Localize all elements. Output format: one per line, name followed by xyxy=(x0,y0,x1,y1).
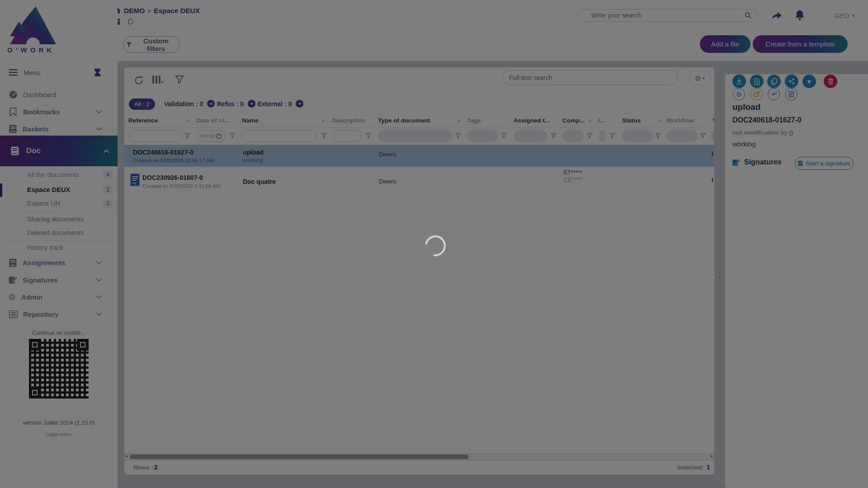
app-window: DEMO > Espace DEUX GED ▾ Custom filters … xyxy=(0,0,868,488)
